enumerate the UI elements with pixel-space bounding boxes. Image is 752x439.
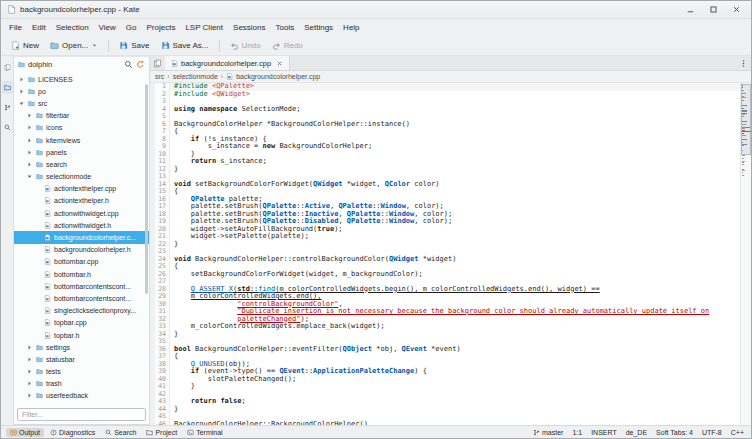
tree-item-backgroundcolorhelper-c[interactable]: backgroundcolorhelper.c... — [14, 231, 149, 243]
code-line[interactable]: 4using namespace SelectionMode; — [150, 106, 740, 114]
input-mode[interactable]: INSERT — [591, 429, 617, 436]
open-button[interactable]: Open... — [45, 39, 103, 52]
tree-item-statusbar[interactable]: statusbar — [14, 353, 149, 365]
terminal-toggle[interactable]: Terminal — [183, 428, 226, 437]
tab-close-icon[interactable] — [276, 60, 283, 67]
dictionary[interactable]: de_DE — [626, 429, 647, 436]
diagnostics-toggle[interactable]: Diagnostics — [46, 428, 99, 437]
menu-file[interactable]: File — [4, 21, 27, 34]
tree-item-settings[interactable]: settings — [14, 341, 149, 353]
tree-item-bottombarcontentscont[interactable]: bottombarcontentscont... — [14, 280, 149, 292]
menu-view[interactable]: View — [94, 21, 121, 34]
menu-help[interactable]: Help — [338, 21, 364, 34]
code-line[interactable]: 21 widget->setPalette(palette); — [150, 233, 740, 241]
tree-item-topbar-h[interactable]: topbar.h — [14, 329, 149, 341]
minimize-icon[interactable] — [686, 5, 695, 14]
breadcrumb-backgroundcolorhelper-cpp[interactable]: backgroundcolorhelper.cpp — [236, 73, 320, 80]
tree-item-backgroundcolorhelper-h[interactable]: backgroundcolorhelper.h — [14, 244, 149, 256]
menu-edit[interactable]: Edit — [27, 21, 51, 34]
tree-item-filterbar[interactable]: filterbar — [14, 110, 149, 122]
code-line[interactable]: 34} — [150, 331, 740, 339]
tree-item-actionwithwidget-h[interactable]: actionwithwidget.h — [14, 219, 149, 231]
breadcrumb-src[interactable]: src — [155, 73, 164, 80]
code-line[interactable]: 44} — [150, 406, 740, 414]
save-button[interactable]: Save — [114, 39, 154, 52]
code-line[interactable]: 43 return false; — [150, 398, 740, 406]
breadcrumb-selectionmode[interactable]: selectionmode — [173, 73, 218, 80]
menu-selection[interactable]: Selection — [51, 21, 94, 34]
code-line[interactable]: 33 m_colorControlledWidgets.emplace_back… — [150, 323, 740, 331]
project-toggle[interactable]: Project — [142, 428, 181, 437]
menu-sessions[interactable]: Sessions — [228, 21, 270, 34]
tree-item-topbar-cpp[interactable]: topbar.cpp — [14, 317, 149, 329]
undo-button[interactable]: Undo — [225, 39, 266, 52]
tree-item-icons[interactable]: icons — [14, 122, 149, 134]
tree-item-actiontexthelper-h[interactable]: actiontexthelper.h — [14, 195, 149, 207]
minimap-viewport[interactable] — [741, 84, 751, 155]
tab-options-icon[interactable] — [736, 59, 751, 68]
tree-item-tests[interactable]: tests — [14, 366, 149, 378]
code-line[interactable]: 22} — [150, 241, 740, 249]
menu-go[interactable]: Go — [121, 21, 142, 34]
tree-item-bottombar-h[interactable]: bottombar.h — [14, 268, 149, 280]
menu-settings[interactable]: Settings — [299, 21, 338, 34]
toolview-filesystem-button[interactable] — [2, 121, 13, 134]
code-line[interactable]: 2#include <QWidget> — [150, 91, 740, 99]
menu-projects[interactable]: Projects — [141, 21, 180, 34]
tree-item-kitemviews[interactable]: kitemviews — [14, 134, 149, 146]
code-line[interactable]: 46BackgroundColorHelper::BackgroundColor… — [150, 421, 740, 426]
code-line[interactable]: 36bool BackgroundColorHelper::eventFilte… — [150, 346, 740, 354]
project-search-icon[interactable] — [124, 60, 133, 69]
code-line[interactable]: 9 s_instance = new BackgroundColorHelper… — [150, 143, 740, 151]
minimap[interactable] — [740, 83, 751, 425]
code-line[interactable]: 12} — [150, 166, 740, 174]
tree-filter-input[interactable] — [17, 408, 146, 421]
tree-item-po[interactable]: po — [14, 85, 149, 97]
code-area[interactable]: 1#include <QPalette>2#include <QWidget>3… — [150, 83, 740, 425]
titlebar[interactable]: backgroundcolorhelper.cpp - Kate — [1, 1, 751, 19]
cursor-position[interactable]: 1:1 — [572, 429, 582, 436]
git-branch-indicator[interactable]: master — [533, 429, 563, 436]
tree-item-bottombar-cpp[interactable]: bottombar.cpp — [14, 256, 149, 268]
redo-button[interactable]: Redo — [267, 39, 308, 52]
new-button[interactable]: New — [6, 39, 44, 52]
code-line[interactable]: 41 } — [150, 383, 740, 391]
tree-item-singleclickselectionproxy[interactable]: singleclickselectionproxy... — [14, 305, 149, 317]
tree-item-trash[interactable]: trash — [14, 378, 149, 390]
tree-item-search[interactable]: search — [14, 158, 149, 170]
search-toggle[interactable]: Search — [101, 428, 140, 437]
tab-backgroundcolorhelper[interactable]: backgroundcolorhelper.cpp — [165, 56, 290, 70]
tree-item-licenses[interactable]: LICENSES — [14, 73, 149, 85]
menu-lsp-client[interactable]: LSP Client — [180, 21, 228, 34]
close-icon[interactable] — [732, 5, 741, 14]
save-as-button[interactable]: Save As... — [156, 39, 214, 52]
indent-mode[interactable]: Soft Tabs: 4 — [656, 429, 693, 436]
code-line[interactable]: 24void BackgroundColorHelper::controlBac… — [150, 256, 740, 264]
syntax-mode[interactable]: C++ — [731, 429, 744, 436]
tree-item-label: backgroundcolorhelper.h — [54, 246, 131, 253]
toolview-documents-button[interactable] — [2, 61, 13, 74]
code-line[interactable]: 14void setBackgroundColorForWidget(QWidg… — [150, 181, 740, 189]
maximize-icon[interactable] — [709, 5, 718, 14]
document-list-icon[interactable] — [150, 59, 165, 68]
menu-tools[interactable]: Tools — [271, 21, 300, 34]
tree-item-bottombarcontentscont[interactable]: bottombarcontentscont... — [14, 292, 149, 304]
tree-item-selectionmode[interactable]: selectionmode — [14, 171, 149, 183]
tree-item-actiontexthelper-cpp[interactable]: actiontexthelper.cpp — [14, 183, 149, 195]
code-line[interactable]: 26 setBackgroundColorForWidget(widget, m… — [150, 271, 740, 279]
toolview-projects-button[interactable] — [2, 81, 13, 94]
tree-item-actionwithwidget-cpp[interactable]: actionwithwidget.cpp — [14, 207, 149, 219]
tree-scrollbar[interactable] — [145, 84, 148, 294]
code-line[interactable]: 40 slotPaletteChanged(); — [150, 376, 740, 384]
text-editor[interactable]: 1#include <QPalette>2#include <QWidget>3… — [150, 83, 751, 425]
code-line[interactable]: 6BackgroundColorHelper *BackgroundColorH… — [150, 121, 740, 129]
toolview-git-button[interactable] — [2, 101, 13, 114]
tree-item-src[interactable]: src — [14, 97, 149, 109]
code-line[interactable]: 11 return s_instance; — [150, 158, 740, 166]
tree-item-panels[interactable]: panels — [14, 146, 149, 158]
project-name[interactable]: dolphin — [28, 60, 121, 69]
project-refresh-icon[interactable] — [136, 60, 145, 69]
output-toggle[interactable]: Output — [6, 428, 44, 437]
tree-item-userfeedback[interactable]: userfeedback — [14, 390, 149, 401]
encoding[interactable]: UTF-8 — [702, 429, 722, 436]
